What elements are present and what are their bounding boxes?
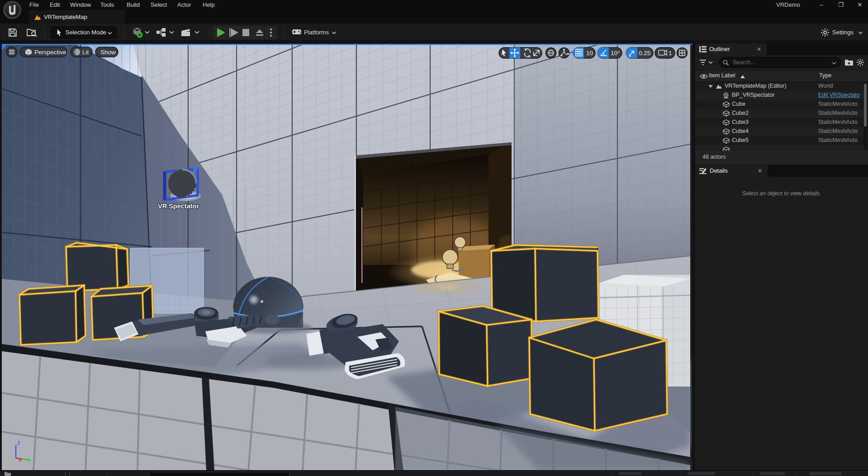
svg-text:Perspective: Perspective: [34, 49, 66, 56]
svg-text:Lit: Lit: [82, 49, 89, 56]
svg-text:Show: Show: [100, 49, 116, 56]
svg-text:X: X: [19, 457, 22, 462]
svg-text:0.25: 0.25: [639, 50, 650, 57]
svg-text:Y: Y: [28, 458, 31, 463]
svg-text:Z: Z: [17, 440, 20, 446]
svg-text:VR Spectator: VR Spectator: [158, 203, 199, 210]
svg-text:1: 1: [669, 50, 672, 57]
svg-text:10°: 10°: [611, 50, 620, 57]
svg-text:10: 10: [586, 50, 593, 57]
